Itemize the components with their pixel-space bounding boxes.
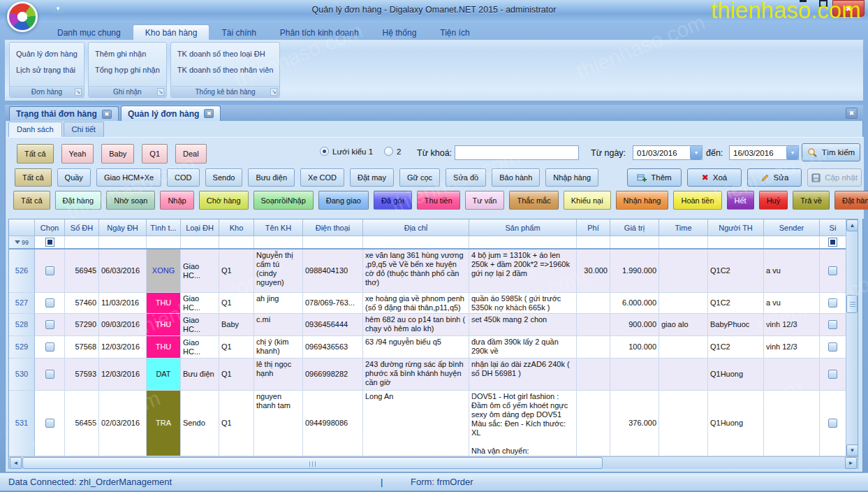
- cell-giatri[interactable]: 6.000.000: [610, 293, 659, 314]
- grid-style-1-radio[interactable]: Lưới kiểu 1: [320, 147, 373, 156]
- vertical-scrollbar[interactable]: ▲ ▼: [846, 219, 858, 457]
- column-header-ien-thoai[interactable]: Điện thoại: [303, 219, 363, 236]
- ribbon-item-them-ghi-nhan[interactable]: Thêm ghi nhận: [89, 45, 166, 62]
- channel-filter-giao-hcm-xe[interactable]: Giao HCM+Xe: [96, 168, 161, 187]
- row-checkbox[interactable]: [45, 370, 54, 379]
- cell-nguoi[interactable]: Q1C2: [708, 249, 764, 293]
- ribbon-tab-danh-muc-chung[interactable]: Danh mục chung: [45, 25, 133, 40]
- cell-phi[interactable]: [577, 391, 610, 456]
- cell-ngay[interactable]: 12/03/2016: [99, 359, 147, 391]
- cell-sanpham[interactable]: DOV51 - Hot girl fashion : Đầm ôm cổ yếm…: [469, 391, 577, 456]
- status-filter-nhap[interactable]: Nhập: [160, 191, 193, 210]
- cell-so[interactable]: 57290: [65, 314, 99, 336]
- cell-ngay[interactable]: 12/03/2016: [99, 336, 147, 359]
- to-date-picker[interactable]: 16/03/2016 ▾: [729, 145, 799, 160]
- horizontal-scrollbar[interactable]: ◄ ►: [9, 456, 858, 469]
- edit-button[interactable]: Sửa: [747, 168, 802, 187]
- cell-loai[interactable]: Giao HC...: [181, 293, 219, 314]
- cell-sanpham[interactable]: đưa đầm 390k lấy 2 quần 290k về: [469, 336, 577, 359]
- status-badge[interactable]: THU: [147, 314, 181, 336]
- vertical-scroll-thumb[interactable]: [846, 295, 858, 313]
- cell-sender[interactable]: [764, 359, 820, 391]
- cell-nguoi[interactable]: Q1Huong: [708, 359, 764, 391]
- cell-ten[interactable]: Nguyễn thị cẩm tú (cindy nguyen): [254, 249, 303, 293]
- filter-cell[interactable]: [708, 236, 764, 248]
- filter-cell[interactable]: [303, 236, 363, 248]
- filter-cell[interactable]: [181, 236, 219, 248]
- status-filter-at-hang-lai[interactable]: Đặt hàng lại: [834, 191, 868, 210]
- ribbon-item-quan-ly-don-hang[interactable]: Quản lý đơn hàng: [10, 45, 84, 62]
- cell-so[interactable]: 56455: [65, 391, 99, 456]
- maximize-button[interactable]: [819, 0, 827, 7]
- cell-ngay[interactable]: 02/03/2016: [99, 391, 147, 456]
- cell-kho[interactable]: Q1: [219, 293, 254, 314]
- cell-diachi[interactable]: 243 đường rừng sác ấp bình phước xã bình…: [363, 359, 469, 391]
- cell-kho[interactable]: Q1: [219, 391, 254, 456]
- cell-kho[interactable]: Baby: [219, 314, 254, 336]
- si-checkbox[interactable]: [828, 320, 837, 329]
- cell-kho[interactable]: Q1: [219, 336, 254, 359]
- cell-so[interactable]: 57593: [65, 359, 99, 391]
- cell-time[interactable]: [659, 293, 708, 314]
- dialog-launcher-icon[interactable]: ↘: [270, 88, 277, 96]
- ribbon-item-tong-hop-ghi-nhan[interactable]: Tổng hợp ghi nhận: [89, 62, 166, 78]
- shop-filter-baby[interactable]: Baby: [101, 144, 134, 164]
- filter-cell[interactable]: [659, 236, 708, 248]
- ribbon-item-lich-su-trang-thai[interactable]: Lịch sử trạng thái: [10, 62, 84, 78]
- column-header-ten-kh[interactable]: Tên KH: [254, 219, 303, 236]
- cell-ten[interactable]: chị ý (kim khanh): [254, 336, 303, 359]
- horizontal-scroll-thumb[interactable]: [22, 457, 603, 469]
- cell-sender[interactable]: a vu: [764, 249, 820, 293]
- status-filter-khieu-nai[interactable]: Khiếu nại: [564, 191, 611, 210]
- cell-nguoi[interactable]: Q1C2: [708, 336, 764, 359]
- dialog-launcher-icon[interactable]: ↘: [157, 88, 164, 96]
- cell-phone[interactable]: 0969436563: [303, 336, 363, 359]
- cell-ngay[interactable]: 11/03/2016: [99, 293, 147, 314]
- shop-filter-q1[interactable]: Q1: [142, 144, 168, 164]
- channel-filter-gu-coc[interactable]: Gữ cọc: [399, 168, 440, 187]
- chevron-down-icon[interactable]: ▾: [690, 146, 702, 159]
- row-indicator[interactable]: 529: [9, 336, 35, 359]
- row-checkbox[interactable]: [45, 419, 54, 428]
- status-filter-het[interactable]: Hết: [727, 191, 754, 210]
- ribbon-item-tk-doanh-so-theo-loai-dh[interactable]: TK doanh số theo loại ĐH: [171, 45, 280, 62]
- cell-phi[interactable]: [577, 314, 610, 336]
- row-indicator[interactable]: 526: [9, 249, 35, 293]
- cell-diachi[interactable]: xe hoàng gia về phnom penh (số 9 đặng th…: [363, 293, 469, 314]
- cell-phi[interactable]: [577, 293, 610, 314]
- cell-phone[interactable]: 078/069-763...: [303, 293, 363, 314]
- cell-so[interactable]: 56945: [65, 249, 99, 293]
- status-filter-cho-hang[interactable]: Chờ hàng: [199, 191, 249, 210]
- cell-nguoi[interactable]: Q1C2: [708, 293, 764, 314]
- filter-cell[interactable]: [764, 236, 820, 248]
- shop-filter-yeah[interactable]: Yeah: [61, 144, 94, 164]
- column-header-san-pham[interactable]: Sản phẩm: [469, 219, 577, 236]
- filter-cell[interactable]: [254, 236, 303, 248]
- ribbon-tab-kho-ban-hang[interactable]: Kho bán hàng: [133, 24, 210, 40]
- status-badge[interactable]: THU: [147, 293, 181, 314]
- cell-phone[interactable]: 0988404130: [303, 249, 363, 293]
- channel-filter-sua-o[interactable]: Sửa đồ: [446, 168, 486, 187]
- column-header-nguoi-th[interactable]: Người TH: [708, 219, 764, 236]
- column-header-kho[interactable]: Kho: [219, 219, 254, 236]
- row-checkbox[interactable]: [45, 266, 54, 275]
- status-badge[interactable]: DAT: [147, 359, 181, 391]
- cell-diachi[interactable]: hẻm 682 au co p14 tan binh ( chạy vô hẻm…: [363, 314, 469, 336]
- status-filter-huy[interactable]: Huỷ: [759, 191, 788, 210]
- cell-ten[interactable]: ah jing: [254, 293, 303, 314]
- filter-cell[interactable]: [147, 236, 181, 248]
- status-filter-thac-mac[interactable]: Thắc mắc: [509, 191, 558, 210]
- cell-phone[interactable]: 0936456444: [303, 314, 363, 336]
- row-indicator[interactable]: 530: [9, 359, 35, 391]
- channel-filter-at-may[interactable]: Đặt may: [350, 168, 394, 187]
- cell-loai[interactable]: Giao HC...: [181, 249, 219, 293]
- tab-trang-thai-don-hang[interactable]: Trạng thái đơn hàng ✖: [9, 106, 119, 121]
- filter-cell[interactable]: [363, 236, 469, 248]
- cell-nguoi[interactable]: BabyPhuoc: [708, 314, 764, 336]
- cell-sanpham[interactable]: set 450k mang 2 chon: [469, 314, 577, 336]
- cell-ngay[interactable]: 09/03/2016: [99, 314, 147, 336]
- select-all-checkbox[interactable]: [828, 238, 837, 247]
- cell-ten[interactable]: c.mi: [254, 314, 303, 336]
- update-button[interactable]: Cập nhật: [807, 168, 862, 187]
- channel-filter-nhap-hang[interactable]: Nhập hàng: [545, 168, 598, 187]
